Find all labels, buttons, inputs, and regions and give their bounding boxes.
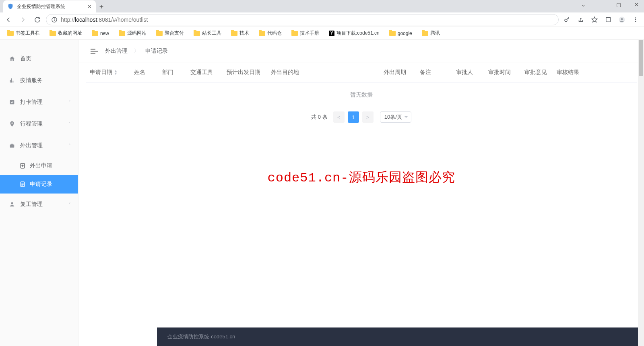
sidebar-item-location[interactable]: 行程管理˅ — [0, 113, 78, 135]
table-column-header[interactable]: 申请日期▲▼ — [86, 69, 130, 76]
bookmark-label: 收藏的网址 — [58, 30, 82, 37]
bookmark-item[interactable]: 技术 — [231, 30, 249, 37]
svg-rect-10 — [10, 100, 14, 105]
close-tab-icon[interactable]: ✕ — [87, 4, 92, 10]
pagination-prev-button[interactable]: < — [333, 111, 345, 123]
bookmark-label: 技术手册 — [300, 30, 319, 37]
menu-icon[interactable] — [632, 16, 639, 23]
sidebar-item-user[interactable]: 复工管理˅ — [0, 194, 78, 215]
table-column-header: 备注 — [416, 69, 452, 76]
browser-tab-strip: 企业疫情防控管理系统 ✕ + ⌄ — ▢ ✕ — [0, 0, 644, 12]
sidebar-item-chart[interactable]: 疫情服务 — [0, 70, 78, 91]
briefcase-icon — [9, 142, 15, 149]
watermark-text: code51.cn-源码乐园盗图必究 — [267, 169, 455, 186]
svg-point-1 — [54, 18, 55, 19]
breadcrumb: 外出管理 〉 申请记录 — [78, 40, 644, 62]
chevron-up-icon: ˄ — [68, 143, 71, 148]
bookmark-item[interactable]: 聚合支付 — [156, 30, 184, 37]
bookmark-label: 源码网站 — [127, 30, 147, 37]
table-header: 申请日期▲▼姓名部门交通工具预计出发日期外出目的地外出周期备注审批人审批时间审批… — [86, 62, 637, 82]
home-icon — [9, 56, 15, 62]
data-table: 申请日期▲▼姓名部门交通工具预计出发日期外出目的地外出周期备注审批人审批时间审批… — [86, 62, 637, 107]
folder-icon — [156, 31, 163, 36]
omnibox[interactable]: http://localhost:8081/#/home/outlist — [46, 14, 559, 25]
check-icon — [9, 99, 15, 105]
folder-icon — [422, 31, 428, 36]
pagination: 共 0 条 < 1 > 10条/页 — [78, 111, 644, 123]
pagination-size-label: 10条/页 — [384, 113, 402, 121]
nav-reload-icon[interactable] — [34, 16, 41, 23]
bookmark-item[interactable]: 腾讯 — [422, 30, 440, 37]
table-column-header: 预计出发日期 — [223, 69, 267, 76]
sidebar-item-label: 打卡管理 — [20, 99, 43, 106]
key-icon[interactable] — [564, 16, 571, 23]
sidebar-item-label: 疫情服务 — [20, 77, 43, 84]
bookmark-label: 代码仓 — [267, 30, 282, 37]
sidebar-item-home[interactable]: 首页 — [0, 48, 78, 70]
svg-point-16 — [11, 202, 13, 204]
main-content: 外出管理 〉 申请记录 申请日期▲▼姓名部门交通工具预计出发日期外出目的地外出周… — [78, 40, 644, 346]
bookmark-item[interactable]: 收藏的网址 — [50, 30, 82, 37]
extensions-icon[interactable] — [605, 16, 612, 23]
table-column-header: 交通工具 — [186, 69, 223, 76]
svg-point-6 — [621, 18, 623, 20]
folder-icon — [259, 31, 265, 36]
bookmark-label: google — [398, 31, 412, 36]
share-icon[interactable] — [577, 16, 584, 23]
table-column-header: 外出目的地 — [267, 69, 380, 76]
sidebar-subitem[interactable]: 申请记录 — [0, 175, 78, 194]
bookmark-label: 书签工具栏 — [16, 30, 40, 37]
sidebar-toggle-icon[interactable] — [91, 47, 99, 55]
nav-back-icon[interactable] — [5, 16, 12, 23]
window-dropdown-icon[interactable]: ⌄ — [579, 2, 588, 8]
folder-icon — [291, 31, 298, 36]
bookmark-item[interactable]: 技术手册 — [291, 30, 319, 37]
bookmark-item[interactable]: google — [389, 31, 412, 36]
user-icon — [9, 201, 15, 208]
table-column-header: 姓名 — [130, 69, 158, 76]
tab-title: 企业疫情防控管理系统 — [17, 3, 84, 10]
folder-icon — [92, 31, 98, 36]
svg-point-3 — [565, 19, 567, 21]
folder-icon — [119, 31, 125, 36]
folder-icon — [389, 31, 396, 36]
chevron-down-icon: ˅ — [68, 202, 71, 207]
table-column-header: 审核结果 — [553, 69, 585, 76]
bookmark-item[interactable]: 书签工具栏 — [7, 30, 40, 37]
bookmark-item[interactable]: 代码仓 — [259, 30, 282, 37]
browser-tab[interactable]: 企业疫情防控管理系统 ✕ — [3, 0, 96, 12]
window-maximize-icon[interactable]: ▢ — [614, 2, 623, 8]
bookmark-item[interactable]: new — [92, 31, 109, 36]
sidebar-item-check[interactable]: 打卡管理˅ — [0, 91, 78, 113]
profile-icon[interactable] — [618, 16, 625, 23]
bookmark-item[interactable]: 源码网站 — [119, 30, 147, 37]
sidebar-item-label: 复工管理 — [20, 201, 43, 208]
pagination-size-select[interactable]: 10条/页 — [380, 111, 411, 123]
nav-forward-icon — [19, 16, 27, 23]
chevron-right-icon: 〉 — [134, 47, 139, 54]
pagination-page-1[interactable]: 1 — [348, 111, 359, 123]
bookmark-item[interactable]: Y项目下载:code51.cn — [329, 30, 380, 37]
bookmark-item[interactable]: 站长工具 — [194, 30, 221, 37]
scrollbar-thumb[interactable] — [639, 40, 643, 76]
folder-icon — [50, 31, 56, 36]
folder-icon — [231, 31, 237, 36]
pagination-next-button[interactable]: > — [362, 111, 374, 123]
folder-icon — [7, 31, 14, 36]
site-info-icon[interactable] — [51, 16, 58, 23]
bookmark-label: 项目下载:code51.cn — [336, 30, 380, 37]
svg-point-7 — [635, 17, 636, 19]
footer-text: 企业疫情防控系统-code51.cn — [167, 333, 235, 340]
sidebar: 首页疫情服务打卡管理˅行程管理˅外出管理˄外出申请申请记录复工管理˅ — [0, 40, 78, 346]
new-tab-button[interactable]: + — [96, 1, 107, 12]
sidebar-item-briefcase[interactable]: 外出管理˄ — [0, 135, 78, 157]
window-minimize-icon[interactable]: — — [597, 2, 605, 8]
scrollbar-vertical[interactable] — [638, 40, 644, 346]
bookmark-label: 腾讯 — [430, 30, 440, 37]
star-icon[interactable] — [591, 16, 598, 23]
sidebar-subitem[interactable]: 外出申请 — [0, 157, 78, 175]
window-close-icon[interactable]: ✕ — [632, 2, 641, 8]
bookmark-label: 聚合支付 — [165, 30, 184, 37]
breadcrumb-section[interactable]: 外出管理 — [105, 47, 128, 55]
table-column-header: 部门 — [158, 69, 186, 76]
